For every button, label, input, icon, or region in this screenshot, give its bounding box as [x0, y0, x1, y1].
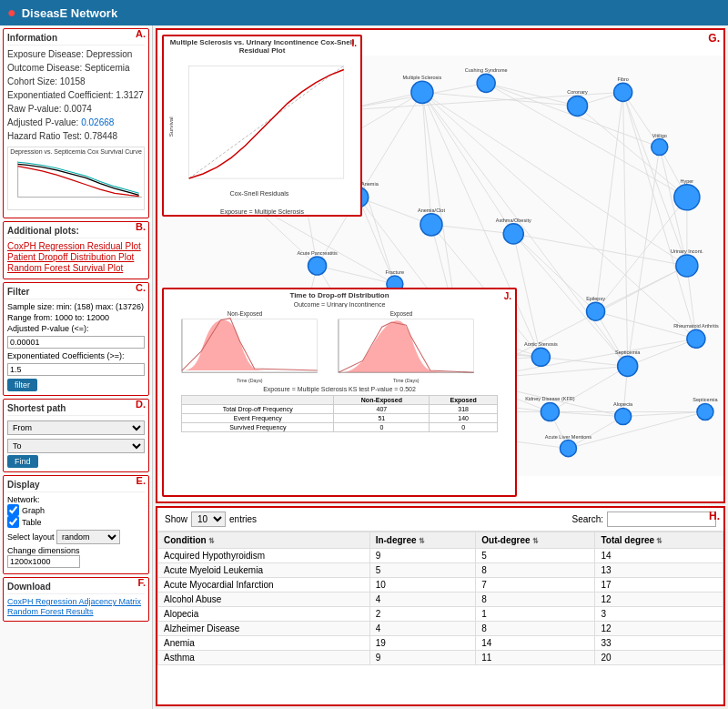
table-header: Condition⇅In-degree⇅Out-degree⇅Total deg… — [158, 532, 723, 549]
dimensions-input[interactable] — [7, 555, 80, 568]
exp-coeff-filter-label: Exponentiated Coefficients (>=): — [7, 351, 145, 360]
table-cell: 4 — [369, 593, 476, 607]
table-row: Acute Myocardial Infarction10717 — [158, 578, 723, 593]
search-label: Search: — [572, 514, 603, 524]
download-title: Download — [7, 582, 145, 594]
table-cell: 8 — [476, 593, 595, 607]
graph-label: Graph — [22, 506, 45, 515]
plot-i-svg: Cox-Snell Residuals Survival — [164, 56, 355, 207]
filter-button[interactable]: filter — [7, 379, 37, 391]
svg-text:Non-Exposed: Non-Exposed — [228, 310, 263, 318]
table-cell: 19 — [369, 636, 476, 651]
data-table: Condition⇅In-degree⇅Out-degree⇅Total deg… — [157, 532, 723, 665]
dimensions-label: Change dimensions — [7, 546, 80, 555]
main-content: A. Information Exposure Disease: Depress… — [0, 25, 728, 709]
exp-coeff-filter-input[interactable] — [7, 363, 145, 376]
header-row: Condition⇅In-degree⇅Out-degree⇅Total deg… — [158, 532, 723, 549]
table-label: Table — [22, 518, 42, 527]
app-title: DiseasE Network — [22, 6, 118, 20]
entries-label: entries — [229, 514, 257, 524]
table-cell: Acute Myocardial Infarction — [158, 578, 370, 593]
layout-select[interactable]: random — [56, 530, 120, 544]
display-title: Display — [7, 480, 145, 492]
section-c-label: C. — [136, 282, 146, 293]
to-select[interactable]: To — [7, 439, 145, 453]
dropoff-table-body: Total Drop-off Frequency407318Event Freq… — [182, 405, 497, 432]
dropoff-cell: 140 — [430, 414, 497, 423]
table-cell: 17 — [595, 578, 723, 593]
table-cell: 11 — [476, 651, 595, 665]
dropoff-distribution-plot: J. Time to Drop-off Distribution Outcome… — [162, 288, 517, 497]
plot-links: CoxPH Regression Residual Plot Patient D… — [7, 241, 145, 273]
find-button[interactable]: Find — [7, 455, 38, 468]
additional-plots-section: B. Additional plots: CoxPH Regression Re… — [3, 221, 149, 279]
table-cell: Alopecia — [158, 607, 370, 622]
table-cell: 5 — [476, 549, 595, 563]
sort-icon: ⇅ — [419, 537, 425, 545]
node-label: Anemia/Clot — [418, 208, 445, 213]
network-node[interactable]: Alopecia — [613, 401, 633, 424]
node-circle — [674, 185, 700, 210]
coxph-residual-link[interactable]: CoxPH Regression Residual Plot — [7, 241, 145, 251]
table-checkbox[interactable] — [7, 516, 19, 528]
sort-icon: ⇅ — [532, 537, 539, 545]
graph-checkbox[interactable] — [7, 504, 19, 516]
table-cell: 8 — [476, 622, 595, 636]
patient-dropoff-link[interactable]: Patient Dropoff Distribution Plot — [7, 252, 145, 262]
table-body: Acquired Hypothyroidism9514Acute Myeloid… — [158, 549, 723, 665]
network-node[interactable]: Epilepsy — [586, 296, 605, 320]
download-section: F. Download CoxPH Regression Adjacency M… — [3, 577, 149, 622]
node-label: Multiple Sclerosis — [403, 75, 442, 80]
raw-pvalue-label: Raw P-value: — [7, 104, 61, 114]
node-label: Acute Pancreatitis — [297, 250, 338, 256]
section-b-label: B. — [136, 221, 146, 232]
network-node[interactable]: Vitiligo — [652, 133, 668, 156]
node-label: Kidney Disease (KFR) — [525, 396, 575, 401]
table-header-cell[interactable]: Condition⇅ — [158, 532, 370, 549]
section-h-label: H. — [709, 510, 720, 522]
adjacency-matrix-link[interactable]: CoxPH Regression Adjacency Matrix — [7, 597, 145, 606]
exp-coeff-value: 1.3127 — [116, 90, 144, 100]
show-entries: Show 10 entries — [165, 511, 257, 527]
plot-j-charts: Non-Exposed Time (Days) Expo — [164, 308, 515, 385]
hazard-value: 0.78448 — [85, 131, 117, 141]
non-exposed-chart: Non-Exposed Time (Days) — [167, 308, 322, 385]
right-panel: G. Multiple SclerosisLiver DiseaseCushin… — [153, 25, 728, 709]
table-header-cell[interactable]: Total degree⇅ — [595, 532, 723, 549]
from-select[interactable]: From — [7, 420, 145, 435]
table-row: Anemia191433 — [158, 636, 723, 651]
table-header-cell[interactable]: Out-degree⇅ — [476, 532, 595, 549]
search-input[interactable] — [607, 511, 716, 527]
node-circle — [308, 257, 327, 275]
node-circle — [615, 409, 632, 425]
node-label: Hyper — [681, 178, 694, 184]
random-forest-link[interactable]: Random Forest Survival Plot — [7, 263, 145, 273]
table-cell: 20 — [595, 651, 723, 665]
node-label: Aortic Stenosis — [524, 341, 558, 347]
show-label: Show — [165, 514, 187, 524]
search-box: Search: — [572, 511, 716, 527]
network-node[interactable]: Coronary — [567, 89, 588, 116]
table-row: Acquired Hypothyroidism9514 — [158, 549, 723, 563]
node-circle — [614, 83, 632, 101]
table-header-cell[interactable]: In-degree⇅ — [369, 532, 476, 549]
dropoff-table: Non-Exposed Exposed Total Drop-off Frequ… — [181, 395, 497, 432]
table-checkbox-label: Table — [7, 516, 145, 528]
entries-select[interactable]: 10 — [191, 511, 226, 527]
table-cell: 33 — [595, 636, 723, 651]
cohort-value: 10158 — [60, 76, 86, 86]
adj-pvalue-filter-input[interactable] — [7, 336, 145, 349]
table-scroll[interactable]: Condition⇅In-degree⇅Out-degree⇅Total deg… — [157, 532, 723, 695]
random-forest-results-link[interactable]: Random Forest Results — [7, 607, 145, 616]
exposed-chart: Exposed Time (Days) — [324, 308, 479, 385]
network-label: Network: — [7, 495, 40, 504]
outcome-label: Outcome Disease: — [7, 63, 82, 73]
svg-text:Exposed: Exposed — [390, 310, 413, 318]
node-circle — [618, 356, 638, 376]
svg-text:Cox-Snell Residuals: Cox-Snell Residuals — [230, 189, 289, 198]
adj-pvalue-row: Adjusted P-value: 0.02668 — [7, 116, 145, 129]
app: ● DiseasE Network A. Information Exposur… — [0, 0, 728, 709]
node-circle — [503, 224, 523, 244]
exp-coeff-label: Exponentiated Coefficient: — [7, 90, 114, 100]
node-circle — [697, 403, 713, 420]
